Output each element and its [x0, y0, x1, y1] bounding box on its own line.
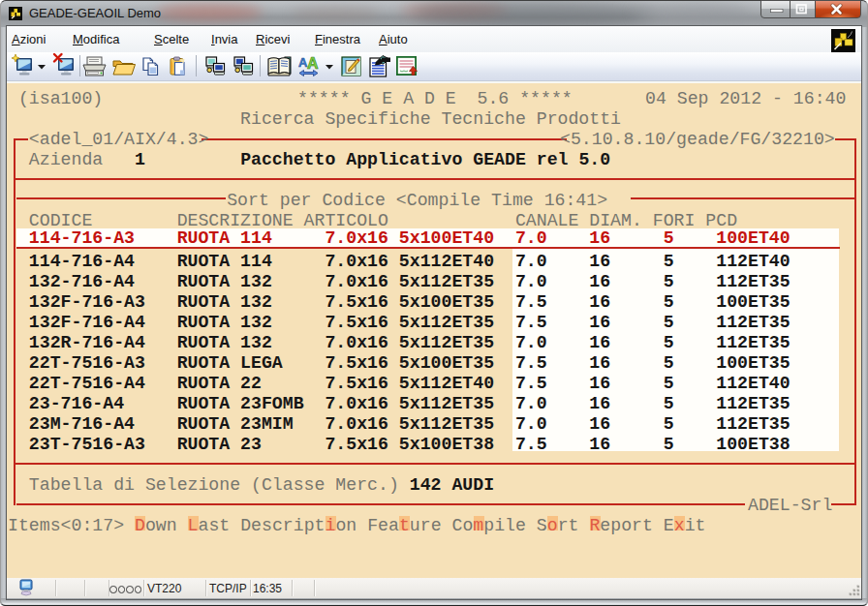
svg-text:A: A: [307, 55, 319, 72]
